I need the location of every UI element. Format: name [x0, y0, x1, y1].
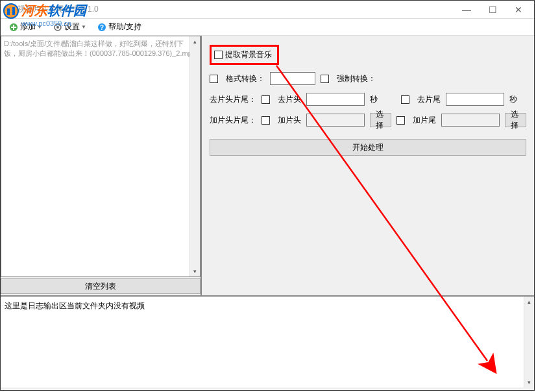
scroll-down-icon[interactable]: ▾	[190, 266, 200, 276]
add-head-label: 加片头	[278, 115, 301, 126]
trim-label: 去片头片尾：	[210, 94, 256, 105]
app-icon	[3, 5, 14, 15]
trim-tail-label: 去片尾	[417, 94, 441, 105]
select-tail-button[interactable]: 选择	[505, 113, 526, 127]
select-head-button[interactable]: 选择	[370, 113, 391, 127]
add-tail-checkbox[interactable]	[396, 116, 405, 125]
chevron-down-icon: ▼	[37, 24, 42, 30]
extract-bgm-label: 提取背景音乐	[225, 49, 272, 60]
file-list[interactable]: D:/tools/桌面/文件/醋溜白菜这样做，好吃到爆，还特别下饭，厨房小白都能…	[1, 36, 201, 277]
seconds-label-2: 秒	[509, 94, 517, 105]
add-tail-input[interactable]	[441, 114, 500, 127]
add-head-checkbox[interactable]	[262, 116, 270, 125]
window-title: 视频片头片尾处理器1.0	[18, 4, 454, 15]
maximize-button[interactable]: ☐	[480, 1, 506, 18]
highlighted-option: 提取背景音乐	[210, 45, 279, 65]
format-input[interactable]	[270, 72, 315, 85]
titlebar: 视频片头片尾处理器1.0 — ☐ ✕	[1, 1, 534, 19]
menu-add[interactable]: 添加 ▼	[6, 20, 45, 34]
left-panel: D:/tools/桌面/文件/醋溜白菜这样做，好吃到爆，还特别下饭，厨房小白都能…	[1, 36, 202, 295]
list-item[interactable]: D:/tools/桌面/文件/醋溜白菜这样做，好吃到爆，还特别下饭，厨房小白都能…	[4, 39, 197, 59]
minimize-button[interactable]: —	[454, 1, 480, 18]
menu-settings[interactable]: 设置 ▼	[50, 20, 89, 34]
log-area: 这里是日志输出区当前文件夹内没有视频 ▴ ▾	[1, 295, 534, 387]
scroll-up-icon[interactable]: ▴	[524, 297, 534, 307]
menubar: 添加 ▼ 设置 ▼ ? 帮助/支持	[1, 19, 534, 36]
extract-bgm-checkbox[interactable]	[214, 51, 223, 59]
clear-list-button[interactable]: 清空列表	[1, 278, 201, 294]
format-convert-label: 格式转换：	[226, 73, 265, 84]
trim-tail-checkbox[interactable]	[401, 95, 409, 104]
trim-tail-input[interactable]	[446, 93, 504, 106]
close-button[interactable]: ✕	[506, 1, 531, 18]
svg-point-5	[56, 26, 59, 29]
right-panel: 提取背景音乐 格式转换： 强制转换： 去片头片尾： 去片头 秒 去片尾 秒	[202, 36, 534, 295]
scrollbar[interactable]: ▴ ▾	[189, 36, 200, 276]
scroll-down-icon[interactable]: ▾	[524, 377, 534, 387]
add-head-input[interactable]	[306, 114, 365, 127]
chevron-down-icon: ▼	[81, 24, 86, 30]
add-label: 加片头片尾：	[210, 115, 256, 126]
add-tail-label: 加片尾	[413, 115, 436, 126]
force-convert-checkbox[interactable]	[321, 75, 329, 83]
svg-text:?: ?	[100, 24, 104, 31]
add-icon	[8, 22, 19, 32]
trim-head-label: 去片头	[278, 94, 301, 105]
menu-help[interactable]: ? 帮助/支持	[94, 20, 144, 34]
force-convert-label: 强制转换：	[337, 73, 376, 84]
help-icon: ?	[97, 22, 107, 32]
trim-head-checkbox[interactable]	[262, 95, 270, 104]
start-button[interactable]: 开始处理	[210, 139, 526, 156]
format-convert-checkbox[interactable]	[210, 75, 218, 83]
trim-head-input[interactable]	[306, 93, 365, 106]
scroll-up-icon[interactable]: ▴	[190, 36, 200, 47]
seconds-label-1: 秒	[370, 94, 378, 105]
log-scrollbar[interactable]: ▴ ▾	[524, 297, 534, 387]
gear-icon	[53, 22, 63, 32]
log-text: 这里是日志输出区当前文件夹内没有视频	[5, 301, 145, 310]
